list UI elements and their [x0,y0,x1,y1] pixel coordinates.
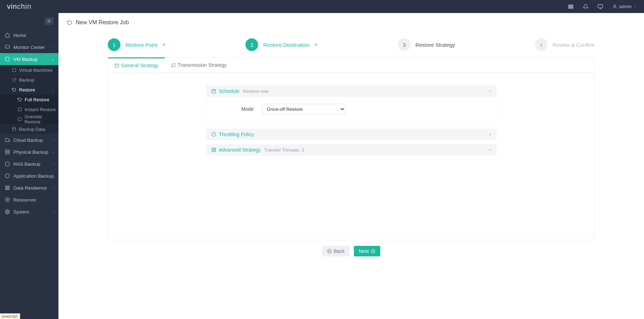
svg-rect-21 [8,186,9,187]
sidebar-sub-restore[interactable]: Restore ⌄ [0,85,58,95]
sidebar-sub2-label: Instant Restore [25,107,56,112]
sidebar-item-nas-backup[interactable]: NAS Backup ‹ [0,158,58,170]
sidebar-item-application-backup[interactable]: Application Backup ‹ [0,170,58,182]
sidebar-sub-backup[interactable]: Backup [0,75,58,85]
next-button[interactable]: Next [354,246,381,256]
sidebar-item-system[interactable]: System ‹ [0,206,58,218]
step-review-confirm[interactable]: 4 Review & Confirm [535,38,595,51]
sidebar-sub-virtual-machines[interactable]: Virtual Machines [0,65,58,75]
user-menu[interactable]: admin [612,4,637,9]
svg-rect-20 [6,186,7,187]
panel-schedule-header[interactable]: Schedule Restore now + [206,85,496,97]
arrow-left-circle-icon [327,249,332,254]
sidebar-item-data-resilience[interactable]: Data Resilience ‹ [0,182,58,194]
svg-rect-2 [569,7,573,8]
svg-rect-36 [212,150,213,152]
app-icon [4,173,11,178]
chevron-left-icon: ‹ [53,150,54,154]
plus-icon: + [488,132,491,137]
svg-rect-3 [598,5,602,8]
tab-body: Schedule Restore now + Mode Once-off Res… [108,73,594,240]
sidebar-sub2-full-restore[interactable]: Full Restore [0,95,58,104]
user-icon [612,4,617,9]
sidebar-item-label: System [13,209,29,215]
status-link-preview: avascript: [0,313,20,319]
full-restore-icon [17,97,23,102]
panel-throttling-header[interactable]: Throttling Policy + [206,129,496,140]
step-restore-destination[interactable]: 2 Restore Destination ✔ [245,38,318,51]
step-label: Restore Destination [263,42,310,48]
step-restore-strategy[interactable]: 3 Restore Strategy [398,38,455,51]
chevron-left-icon: ‹ [53,198,54,202]
granular-restore-icon [17,117,22,121]
svg-rect-11 [6,57,10,61]
sidebar-item-label: VM Backup [13,57,38,62]
undo-icon [67,20,72,25]
back-label: Back [334,248,345,254]
svg-point-25 [5,198,10,202]
svg-rect-22 [6,188,7,190]
step-label: Restore Point [125,42,157,48]
wizard-steps: 1 Restore Point ✔ 2 Restore Destination … [65,35,637,51]
chevron-left-icon: ‹ [53,174,54,178]
panel-subtitle: Restore now [243,89,269,94]
sidebar-sub2-instant-restore[interactable]: Instant Restore [0,104,58,114]
panel-title: Schedule [219,88,239,94]
brand-logo: vinchin [7,2,31,11]
tabs: General Strategy Transmission Strategy [108,58,594,73]
tab-general-strategy[interactable]: General Strategy [108,57,165,72]
panel-throttling: Throttling Policy + [206,129,496,140]
sidebar-sub2-granular-restore[interactable]: Granular Restore [0,114,58,124]
next-label: Next [359,248,369,254]
grid-icon [211,147,216,152]
svg-point-26 [7,211,8,212]
chevron-down-icon [634,5,637,8]
check-icon: ✔ [162,42,166,47]
step-number: 4 [535,38,548,51]
step-label: Review & Confirm [552,42,595,48]
topbar: vinchin admin [0,0,644,13]
resources-icon [4,197,11,202]
sidebar-collapse-button[interactable] [44,17,54,25]
sidebar-item-physical-backup[interactable]: Physical Backup ‹ [0,146,58,158]
step-restore-point[interactable]: 1 Restore Point ✔ [108,38,166,51]
bell-icon[interactable] [583,4,588,9]
tab-label: Transmission Strategy [178,62,227,68]
chevron-left-icon: ‹ [53,45,54,49]
vm-list-icon [11,68,17,72]
svg-rect-12 [13,69,16,72]
layout-icon [114,63,119,68]
nas-icon [4,161,11,166]
sidebar-sub-label: Restore [19,87,35,92]
sidebar-sub-backup-data[interactable]: Backup Data [0,124,58,134]
sidebar-item-home[interactable]: Home [0,29,58,41]
monitor-icon[interactable] [598,4,603,9]
sidebar-item-monitor[interactable]: Monitor Center ‹ [0,41,58,53]
sidebar-item-cloud-backup[interactable]: Cloud Backup ‹ [0,134,58,146]
sidebar-item-label: Physical Backup [13,149,48,155]
back-button[interactable]: Back [322,246,350,256]
sidebar-item-resources[interactable]: Resources ‹ [0,194,58,206]
tab-transmission-strategy[interactable]: Transmission Strategy [165,58,233,72]
refresh-icon [11,78,17,82]
transfer-icon [171,63,176,68]
tab-card: General Strategy Transmission Strategy S… [108,57,595,240]
mode-select[interactable]: Once-off Restore [262,104,345,114]
sidebar-collapse-row [0,13,58,29]
physical-icon [4,149,11,154]
sidebar-item-vm-backup[interactable]: VM Backup ⌄ [0,53,58,65]
sidebar-item-label: Resources [13,197,36,203]
page-title: New VM Restore Job [76,19,129,26]
list-icon[interactable] [568,4,574,9]
step-number: 3 [398,38,411,51]
panel-advanced-header[interactable]: Advanced Strategy Transfer Threads: 3 + [206,144,496,155]
panel-schedule-body: Mode Once-off Restore [206,97,496,125]
mode-label: Mode [215,106,254,112]
chevron-left-icon: ‹ [53,162,54,166]
svg-point-24 [7,199,8,200]
vm-icon [4,57,11,62]
gauge-icon [211,132,216,137]
step-number: 2 [245,38,258,51]
svg-point-19 [5,174,10,178]
svg-rect-10 [5,45,10,48]
